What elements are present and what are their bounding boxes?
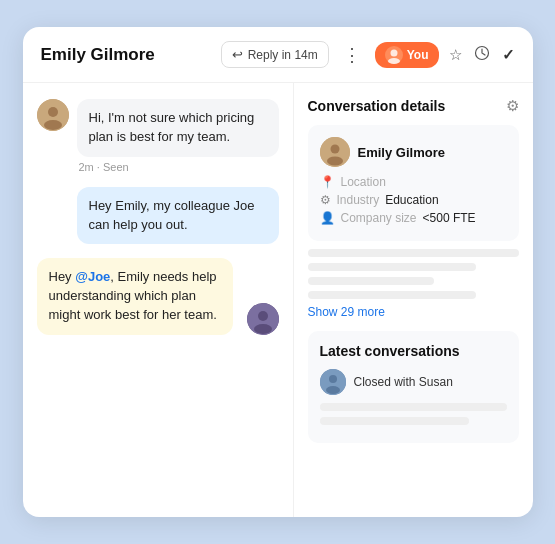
star-icon[interactable]: ☆: [449, 46, 462, 64]
latest-header: Latest conversations: [320, 343, 507, 359]
gear-button[interactable]: ⚙: [506, 97, 519, 115]
svg-point-10: [330, 145, 339, 154]
section-header: Conversation details ⚙: [308, 97, 519, 115]
contact-name-row: Emily Gilmore: [320, 137, 507, 167]
svg-point-4: [48, 107, 58, 117]
svg-point-7: [258, 311, 268, 321]
company-size-label: Company size: [341, 211, 417, 225]
reply-icon: ↩: [232, 47, 243, 62]
section-title: Conversation details: [308, 98, 446, 114]
company-size-value: <500 FTE: [423, 211, 476, 225]
header: Emily Gilmore ↩ Reply in 14m ⋮ You ☆: [23, 27, 533, 83]
industry-icon: ⚙: [320, 193, 331, 207]
svg-point-5: [44, 120, 62, 130]
page-title: Emily Gilmore: [41, 45, 211, 65]
body: Hi, I'm not sure which pricing plan is b…: [23, 83, 533, 517]
company-icon: 👤: [320, 211, 335, 225]
svg-point-13: [329, 375, 337, 383]
industry-label: Industry: [337, 193, 380, 207]
conv-text: Closed with Susan: [354, 375, 453, 389]
conversation-details-section: Conversation details ⚙ Emily Gilmore: [308, 97, 519, 319]
more-icon: ⋮: [343, 45, 361, 65]
sidebar: Conversation details ⚙ Emily Gilmore: [293, 83, 533, 517]
message-bubble: Hi, I'm not sure which pricing plan is b…: [77, 99, 279, 157]
mention-joe: @Joe: [75, 269, 110, 284]
avatar-joe: [247, 303, 279, 335]
show-more-link[interactable]: Show 29 more: [308, 305, 519, 319]
skeleton-line: [320, 417, 470, 425]
chat-panel: Hi, I'm not sure which pricing plan is b…: [23, 83, 293, 517]
latest-conv-card: Latest conversations Closed with Susan: [308, 331, 519, 443]
contact-company-size: 👤 Company size <500 FTE: [320, 211, 507, 225]
location-icon: 📍: [320, 175, 335, 189]
message-text: Hi, I'm not sure which pricing plan is b…: [89, 110, 255, 144]
list-item: Hi, I'm not sure which pricing plan is b…: [37, 99, 279, 173]
message-time: 2m · Seen: [79, 161, 129, 173]
skeleton-line: [320, 403, 507, 411]
skeleton-line: [308, 277, 435, 285]
message-pre: Hey: [49, 269, 76, 284]
skeleton-line: [308, 291, 477, 299]
check-icon[interactable]: ✓: [502, 46, 515, 64]
main-card: Emily Gilmore ↩ Reply in 14m ⋮ You ☆: [23, 27, 533, 517]
contact-avatar: [320, 137, 350, 167]
message-content: Hey Emily, my colleague Joe can help you…: [77, 187, 279, 245]
latest-conversations-section: Latest conversations Closed with Susan: [308, 331, 519, 443]
list-item: Hey @Joe, Emily needs help understanding…: [37, 258, 279, 335]
latest-title: Latest conversations: [320, 343, 460, 359]
message-bubble: Hey Emily, my colleague Joe can help you…: [77, 187, 279, 245]
list-item: Closed with Susan: [320, 369, 507, 395]
contact-name: Emily Gilmore: [358, 145, 445, 160]
location-label: Location: [341, 175, 386, 189]
message-bubble: Hey @Joe, Emily needs help understanding…: [37, 258, 233, 335]
svg-point-11: [327, 157, 343, 166]
contact-industry: ⚙ Industry Education: [320, 193, 507, 207]
you-label: You: [407, 48, 429, 62]
message-content: Hi, I'm not sure which pricing plan is b…: [77, 99, 279, 173]
message-content: Hey @Joe, Emily needs help understanding…: [37, 258, 233, 335]
clock-icon[interactable]: [474, 45, 490, 64]
avatar-emily: [37, 99, 69, 131]
message-meta: 2m · Seen: [77, 161, 279, 173]
industry-value: Education: [385, 193, 438, 207]
avatar-you: [385, 46, 403, 64]
skeleton-line: [308, 263, 477, 271]
reply-button[interactable]: ↩ Reply in 14m: [221, 41, 329, 68]
list-item: Hey Emily, my colleague Joe can help you…: [37, 187, 279, 245]
message-text: Hey Emily, my colleague Joe can help you…: [89, 198, 255, 232]
svg-point-1: [388, 58, 400, 64]
svg-point-0: [390, 49, 397, 56]
contact-card: Emily Gilmore 📍 Location ⚙ Industry Educ…: [308, 125, 519, 241]
contact-location: 📍 Location: [320, 175, 507, 189]
header-actions: ☆ ✓: [449, 45, 515, 64]
svg-point-14: [326, 386, 340, 394]
reply-label: Reply in 14m: [248, 48, 318, 62]
skeleton-line: [308, 249, 519, 257]
conv-avatar: [320, 369, 346, 395]
more-options-button[interactable]: ⋮: [339, 42, 365, 68]
you-badge[interactable]: You: [375, 42, 439, 68]
svg-point-8: [254, 324, 272, 334]
